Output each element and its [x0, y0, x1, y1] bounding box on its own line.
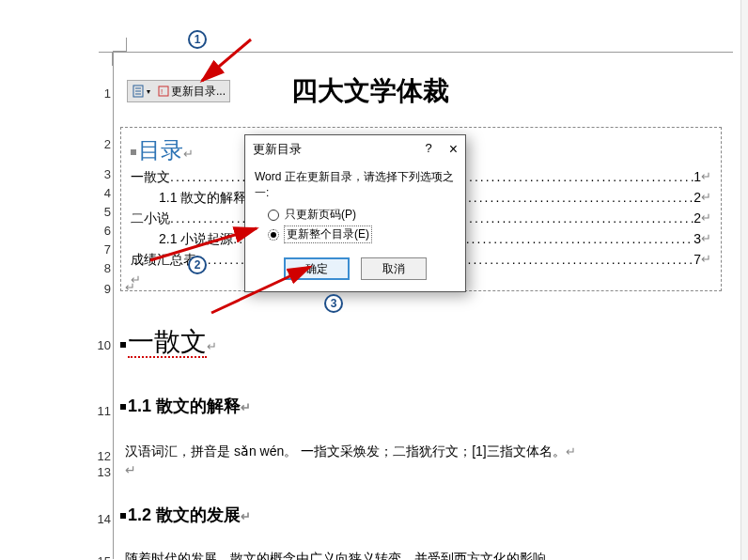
toc-entry[interactable]: 成绩汇总表: [131, 252, 196, 269]
dialog-title: 更新目录: [253, 141, 302, 158]
toc-entry[interactable]: 1.1 散文的解释: [159, 190, 246, 207]
chevron-down-icon: ▾: [147, 87, 150, 96]
annotation-badge-3: 3: [324, 294, 343, 313]
line-number: 11: [94, 404, 111, 418]
update-toc-dialog: 更新目录 ? × Word 正在更新目录，请选择下列选项之一: 只更新页码(P)…: [244, 134, 466, 292]
line-number: 15: [94, 554, 111, 560]
paragraph-mark: ↵: [125, 280, 135, 294]
line-number: 6: [94, 224, 111, 238]
line-number: 10: [94, 338, 111, 352]
heading-2: 1.2 散文的发展↵: [120, 504, 251, 526]
page-corner: [99, 52, 113, 66]
toc-heading: 目录: [138, 138, 183, 163]
radio-label: 只更新页码(P): [285, 207, 356, 223]
radio-update-all[interactable]: 更新整个目录(E): [268, 226, 456, 242]
ok-button[interactable]: 确定: [284, 257, 350, 280]
toc-entry[interactable]: 2.1 小说起源: [159, 231, 233, 248]
line-number: 2: [94, 137, 111, 151]
svg-text:!: !: [161, 87, 163, 96]
line-number: 14: [94, 512, 111, 526]
document-icon: [132, 85, 145, 98]
line-number: 3: [94, 167, 111, 181]
scrollbar[interactable]: [740, 0, 748, 560]
update-toc-button[interactable]: ! 更新目录...: [154, 82, 229, 101]
heading-2: 1.1 散文的解释↵: [120, 395, 251, 417]
line-number: 13: [94, 465, 111, 479]
paragraph-mark: ↵: [125, 462, 136, 477]
radio-icon: [268, 210, 279, 221]
line-number: 4: [94, 186, 111, 200]
line-number: 8: [94, 261, 111, 275]
radio-label: 更新整个目录(E): [285, 226, 371, 242]
toc-entry[interactable]: 二小说: [131, 210, 170, 227]
update-toc-label: 更新目录...: [171, 84, 226, 100]
line-number: 7: [94, 242, 111, 257]
toc-toolbar: ▾ ! 更新目录...: [127, 80, 230, 102]
annotation-badge-1: 1: [188, 30, 207, 49]
refresh-icon: !: [158, 86, 169, 97]
body-paragraph: 汉语词汇，拼音是 sǎn wén。 一指文采焕发；二指犹行文；[1]三指文体名。…: [125, 443, 576, 460]
heading-1: 一散文↵: [120, 324, 217, 360]
line-number: 9: [94, 282, 111, 296]
toc-page: 1: [693, 169, 701, 186]
cancel-button[interactable]: 取消: [361, 257, 427, 280]
toc-page: 2: [693, 210, 701, 227]
toc-entry[interactable]: 一散文: [131, 169, 170, 186]
dialog-message: Word 正在更新目录，请选择下列选项之一:: [255, 169, 456, 201]
toc-page: 7: [693, 252, 701, 269]
page-corner: [113, 38, 127, 52]
help-button[interactable]: ?: [425, 141, 431, 158]
line-number: 5: [94, 205, 111, 219]
annotation-badge-2: 2: [188, 256, 207, 274]
radio-update-pages[interactable]: 只更新页码(P): [268, 207, 456, 223]
radio-icon: [268, 229, 279, 241]
toc-menu-button[interactable]: ▾: [128, 83, 154, 100]
toc-page: 2: [693, 190, 701, 207]
line-number: 12: [94, 449, 111, 463]
close-button[interactable]: ×: [449, 141, 458, 158]
toc-page: 3: [693, 231, 701, 248]
document-title: 四大文学体裁: [291, 73, 449, 109]
body-paragraph: 随着时代的发展，散文的概念由广义向狭义转变，并受到西方文化的影响。: [125, 551, 559, 560]
line-number: 1: [94, 86, 111, 101]
